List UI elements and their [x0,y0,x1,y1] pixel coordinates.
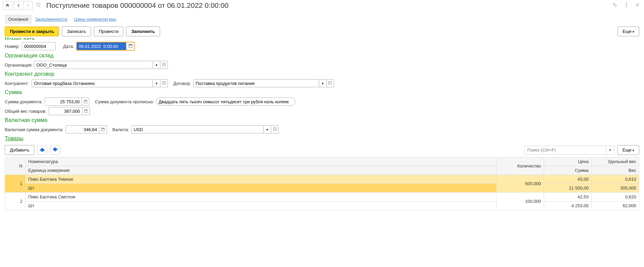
cell-weight[interactable]: 62,000 [592,201,639,210]
doc-sum-calc-button[interactable] [82,97,89,106]
contract-dropdown-button[interactable]: ▾ [319,79,327,87]
table-search-input[interactable] [524,146,606,155]
calendar-icon [128,44,133,48]
tab-main[interactable]: Основное [5,15,32,24]
arrow-right-icon [25,3,30,8]
org-dropdown-button[interactable]: ▾ [153,61,160,69]
table-row[interactable]: Шт 21 500,00 305,000 [5,184,639,193]
fill-button[interactable]: Заполнить [126,26,160,36]
currency-input[interactable] [131,125,264,134]
document-title: Поступление товаров 000000004 от 06.01.2… [46,1,228,10]
section-org-warehouse[interactable]: Организация склад [5,53,639,59]
cell-unit[interactable]: Шт [25,184,497,193]
post-and-close-button[interactable]: Провести и закрыть [5,26,59,36]
tab-prices[interactable]: Цены номенклатуры [71,15,120,24]
table-row[interactable]: 1 Пиво Балтика Темное 500,000 43,00 0,61… [5,175,639,184]
th-n[interactable]: N [5,157,25,175]
close-button[interactable] [634,1,641,10]
number-input[interactable] [22,42,56,50]
th-unit-weight[interactable]: Удельный вес [592,157,639,166]
link-icon [612,2,617,7]
table-row[interactable]: Шт 4 253,00 62,000 [5,201,639,210]
svg-rect-4 [128,44,132,45]
th-price[interactable]: Цена [544,157,592,166]
cell-unit[interactable]: Шт [25,201,497,210]
home-button[interactable] [3,1,12,10]
add-row-button[interactable]: Добавить [5,145,34,155]
org-input[interactable] [34,61,153,69]
th-quantity[interactable]: Количество [497,157,544,175]
counterparty-dropdown-button[interactable]: ▾ [153,79,160,87]
cell-n[interactable]: 2 [5,193,25,210]
date-input[interactable] [77,42,126,50]
post-button[interactable]: Провести [94,26,124,36]
currency-open-button[interactable] [271,125,279,134]
cell-unit-weight[interactable]: 0,610 [592,175,639,184]
org-open-button[interactable] [160,61,168,69]
cell-nomenclature[interactable]: Пиво Балтика Светлое [25,193,497,201]
goods-table: N Номенклатура Количество Цена Удельный … [5,157,639,210]
cell-quantity[interactable]: 100,000 [497,193,544,210]
counterparty-label: Контрагент: [5,81,30,86]
cell-price[interactable]: 42,53 [544,193,592,201]
nav-forward-button[interactable] [23,1,33,10]
svg-point-2 [626,6,627,7]
dots-vertical-icon [624,2,629,7]
tab-debts[interactable]: Задолженности [32,15,71,24]
th-unit[interactable]: Единица измерения [25,166,497,175]
total-weight-label: Общий вес товаров: [5,109,47,114]
total-weight-input[interactable] [49,107,83,115]
calculator-icon [84,100,87,103]
section-number-date[interactable]: Номер дата [5,36,639,40]
total-weight-calc-button[interactable] [83,107,90,115]
svg-rect-9 [85,100,87,101]
cell-price[interactable]: 43,00 [544,175,592,184]
home-icon [5,3,10,8]
section-counterparty-contract[interactable]: Контрагент договор [5,71,639,77]
table-more-button[interactable]: Еще [617,145,639,155]
date-input-group [76,42,135,51]
open-icon [273,127,277,131]
doc-sum-words-input [156,97,295,106]
contract-input[interactable] [193,79,319,87]
close-icon [635,2,640,7]
th-nomenclature[interactable]: Номенклатура [25,157,497,166]
cell-nomenclature[interactable]: Пиво Балтика Темное [25,175,497,184]
doc-sum-input[interactable] [45,97,82,106]
cell-sum[interactable]: 21 500,00 [544,184,592,193]
date-label: Дата: [63,44,74,49]
currency-sum-calc-button[interactable] [100,125,107,134]
cell-sum[interactable]: 4 253,00 [544,201,592,210]
more-button[interactable]: Еще [617,26,639,36]
nav-back-button[interactable] [14,1,23,10]
counterparty-input[interactable] [32,79,153,87]
link-button[interactable] [611,1,619,10]
section-currency-sum[interactable]: Валютная сумма [5,117,639,123]
move-up-button[interactable]: 🢁 [37,146,47,155]
contract-open-button[interactable] [327,79,334,87]
save-button[interactable]: Записать [62,26,91,36]
svg-point-0 [626,3,627,4]
favorite-button[interactable] [34,1,43,10]
currency-dropdown-button[interactable]: ▾ [264,125,271,134]
table-row[interactable]: 2 Пиво Балтика Светлое 100,000 42,53 0,6… [5,193,639,201]
section-sum[interactable]: Сумма [5,89,639,95]
cell-quantity[interactable]: 500,000 [497,175,544,193]
currency-sum-input[interactable] [66,125,100,134]
th-sum[interactable]: Сумма [544,166,592,175]
contract-label: Договор: [173,81,191,86]
menu-button[interactable] [622,1,630,10]
search-clear-button[interactable]: × [606,146,615,155]
counterparty-open-button[interactable] [160,79,168,87]
cell-weight[interactable]: 305,000 [592,184,639,193]
arrow-left-icon [16,3,21,8]
section-goods[interactable]: Товары [5,136,639,142]
th-weight[interactable]: Вес [592,166,639,175]
svg-rect-13 [102,128,104,129]
cell-n[interactable]: 1 [5,175,25,193]
currency-sum-label: Валютная сумма документа: [5,127,64,132]
move-down-button[interactable]: 🢃 [50,146,60,155]
date-picker-button[interactable] [126,42,134,50]
cell-unit-weight[interactable]: 0,620 [592,193,639,201]
calculator-icon [84,109,88,113]
